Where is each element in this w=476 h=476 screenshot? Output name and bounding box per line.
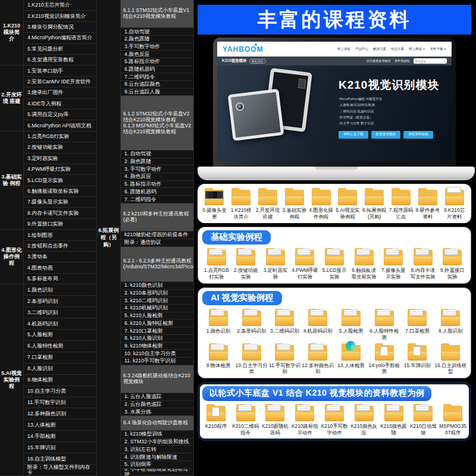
folder-item: K210颜色跟随 bbox=[379, 402, 409, 437]
toc-item: 8.人脸识别 bbox=[24, 364, 96, 375]
search-placeholder: 课程搜索 bbox=[415, 60, 426, 63]
folder-label: 8.人脸识别 bbox=[439, 328, 463, 334]
folder-label: 4.PWM呼吸灯实验 bbox=[291, 267, 320, 280]
folder-label: K210二维码指令 bbox=[231, 423, 260, 436]
folder-icon bbox=[265, 248, 286, 266]
folder-icon bbox=[391, 188, 411, 206]
subbar-links: 点击观看使用教程 资料包获取 课程搜索 ⌕ bbox=[367, 58, 447, 64]
toc-section-header: 6.3 24路舵机驱动板结合K210视觉模块 bbox=[121, 365, 193, 393]
folder-item: 2.按键功能实验 bbox=[231, 246, 261, 281]
folder-item: 2.开发环境搭建 bbox=[255, 186, 281, 221]
folder-item: 4.PWM呼吸灯实验 bbox=[290, 246, 320, 281]
nav-link: 线上商城 ∨ bbox=[409, 47, 425, 51]
folder-icon bbox=[308, 343, 328, 361]
folder-icon bbox=[284, 188, 305, 206]
toc-group-label: 2.开发环 境 搭建 bbox=[0, 65, 24, 131]
folder-icon bbox=[236, 404, 256, 422]
toc-item: 2. 云台颜色追踪 bbox=[121, 401, 193, 409]
banner-title: 丰富的课程资料 bbox=[198, 5, 471, 35]
folder-icon bbox=[364, 188, 384, 206]
hero-bullet: ·MicroPython编程 AI视觉开发 bbox=[339, 96, 449, 102]
folder-item: 6.拓展例程 (另购) bbox=[361, 186, 388, 221]
folder-icon bbox=[324, 248, 345, 266]
folder-icon bbox=[384, 404, 404, 422]
folder-label: 7.摄像头显示实验 bbox=[379, 267, 408, 280]
folder-icon bbox=[258, 188, 278, 206]
toc-group: 4.图形化 操作例程1.绘制图形2.按钮和点击事件3.滑动条4.图表动画5.多标… bbox=[0, 230, 96, 284]
folders-row: K210程序K210二维码指令K210跟随机器码K210路标指示动作K210手写… bbox=[201, 402, 468, 437]
toc-item: 3. 手写数字动作 bbox=[121, 165, 193, 173]
folder-item: 12.多种颜色识别 bbox=[301, 342, 334, 376]
folder-item: 8.内存卡读写文件实验 bbox=[408, 246, 438, 281]
hero-text: K210视觉识别模块 ·MicroPython编程 AI视觉开发·人脸检测/识别… bbox=[339, 77, 449, 139]
folder-icon bbox=[308, 309, 328, 327]
toc-item: 7. k210口罩检测 bbox=[121, 327, 193, 335]
folder-item: 7.摄像头显示实验 bbox=[378, 246, 408, 281]
toc-item: 5.常见问题分析 bbox=[24, 44, 96, 55]
toc-group-items: 1.点亮RGB灯实验2.按键功能实验3.定时器实验4.PWM呼吸灯实验5.LCD… bbox=[24, 131, 96, 230]
toc-item: 5. 路标指示动作 bbox=[121, 181, 193, 189]
folder-label: 7.口罩检测 bbox=[405, 328, 430, 334]
toc-item: 15.车牌识别 bbox=[24, 442, 96, 453]
toc-item: 7.二维码指令 bbox=[121, 73, 193, 81]
laptop-screen: YAHBOOM 线上课程产品中心解决方案动态分享线上商城 ∨资料下载 ∨ K21… bbox=[213, 37, 456, 167]
folder-item: 1.K210模块简介 bbox=[228, 186, 255, 221]
toc-item: 6.人脸特性检测 bbox=[24, 341, 96, 352]
nav-link: 线上课程 bbox=[337, 47, 350, 51]
toc-item: 4. 识别限速与解除限速 bbox=[121, 453, 193, 461]
section-tab: 基础实验例程 bbox=[202, 230, 271, 245]
folder-icon bbox=[374, 309, 394, 327]
toc-item: 11. k210手写数字识别 bbox=[121, 358, 193, 365]
folder-label: 13.人体检测 bbox=[337, 362, 364, 369]
toc-item: 2.颜色跟随 bbox=[121, 36, 193, 43]
toc-item: 2.按钮和点击事件 bbox=[24, 241, 96, 252]
toc-item: 6.跟随机器码 bbox=[121, 66, 193, 74]
folder-icon bbox=[407, 309, 427, 327]
folder-label: K210程序 bbox=[205, 423, 227, 430]
folder-icon bbox=[236, 248, 256, 266]
toc-item: 1.颜色识别 bbox=[24, 284, 96, 296]
folder-label: K210手写数字动作 bbox=[320, 423, 349, 436]
toc-item: 2. k210条形码识别 bbox=[121, 290, 193, 298]
toc-item: k210做协处理器的前提条件 bbox=[121, 231, 193, 239]
folder-item: 3.基础实验例程 bbox=[281, 186, 308, 221]
toc-group-label: 6.拓展例 程（另 购） bbox=[97, 0, 121, 476]
toc-item: 3.烧录出厂固件 bbox=[24, 87, 96, 98]
folder-icon bbox=[444, 188, 465, 206]
toc-item: 12.多种颜色识别 bbox=[24, 408, 96, 419]
hero-buttons: 资料汇总下载配套使用教程课程资料获取 bbox=[339, 131, 449, 139]
folder-label: 11.手写数字识别 bbox=[269, 362, 301, 375]
folder-icon bbox=[206, 404, 226, 422]
folder-label: 16.自主训练模型 bbox=[434, 362, 466, 375]
toc-item: 4.IDE导入例程 bbox=[24, 99, 96, 109]
toc-item: 6.触摸板读取坐标实验 bbox=[24, 186, 96, 197]
folder-label: 6.拓展例程 (另购) bbox=[362, 207, 387, 220]
folder-icon bbox=[413, 248, 433, 266]
toc-item: 4.颜色反应 bbox=[121, 51, 193, 58]
toc-item: 9.云台追踪人脸 bbox=[121, 89, 193, 96]
folder-icon bbox=[354, 404, 374, 422]
toc-item: 3. k210二维码识别 bbox=[121, 297, 193, 305]
folder-item: K210程序 bbox=[201, 402, 231, 437]
folders-row: 1.点亮RGB灯实验2.按键功能实验3.定时器实验4.PWM呼吸灯实验5.LCD… bbox=[202, 246, 467, 281]
folder-icon bbox=[443, 404, 463, 422]
toc-section-header: 6.4 场景化自动驾驶沙盘教程 bbox=[121, 416, 193, 431]
toc-section-header: 6.2.1 - 6.2.5多种主控通讯教程(Arduino/STM32/Micr… bbox=[121, 247, 193, 283]
folder-label: 10.自主学习分类 bbox=[236, 362, 268, 375]
folder-label: 6.人脸特性检测 bbox=[368, 328, 400, 341]
toc-item: 9.外置接口实验 bbox=[24, 219, 96, 230]
toc-item: 11.手写数字识别 bbox=[24, 397, 96, 409]
toc-item: 4. 颜色反应 bbox=[121, 173, 193, 181]
folder-icon bbox=[354, 248, 374, 266]
toc-group-items: 1.绘制图形2.按钮和点击事件3.滑动条4.图表动画5.多标签布局 bbox=[24, 230, 96, 284]
toc-item: 2. STM32小车的组装和接线 bbox=[121, 439, 193, 446]
folder-label: K210颜色反应 bbox=[350, 423, 378, 436]
course-toc: 1.K210 模块简介1.K210主芯片简介2.K210视觉识别模块简介3.模块… bbox=[0, 0, 194, 476]
folder-item: 4.图形化操作例程 bbox=[308, 186, 334, 221]
toc-item: 1. k210颜色识别 bbox=[121, 282, 193, 290]
folder-item: K210路标指示动作 bbox=[290, 402, 320, 437]
toc-item: 9.物体检测 bbox=[24, 375, 96, 386]
folder-label: 0.摄像头变更 bbox=[202, 207, 227, 220]
toc-item: 6. 跟随机器码 bbox=[121, 188, 193, 196]
folder-label: 3.基础实验例程 bbox=[281, 207, 307, 220]
